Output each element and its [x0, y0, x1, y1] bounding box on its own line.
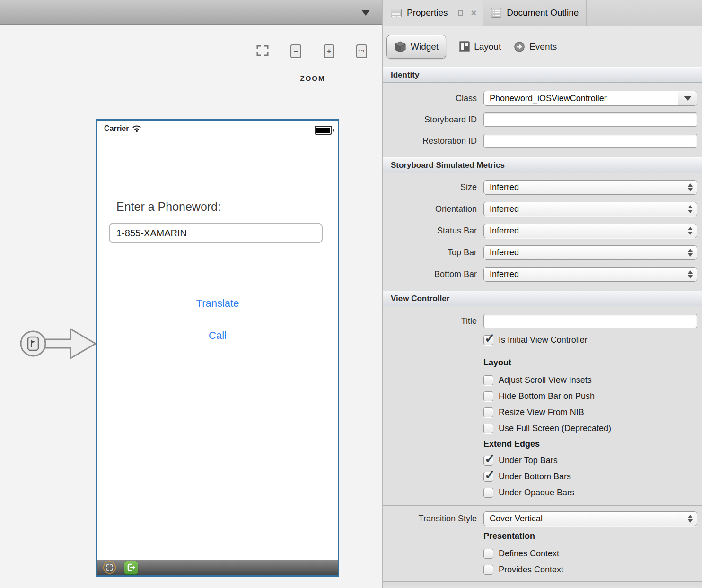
transition-style-select[interactable]: Cover Vertical [483, 511, 697, 526]
close-icon[interactable]: × [471, 8, 477, 17]
chevron-down-icon[interactable] [361, 10, 370, 16]
frame-dashed-icon [106, 564, 113, 571]
exit-arrow-icon [126, 562, 136, 572]
panel-tab-bar: Properties × Document Outline [383, 0, 702, 26]
class-value: Phoneword_iOSViewController [484, 91, 678, 105]
mode-events-button[interactable]: Events [514, 41, 557, 52]
dock-icon[interactable] [458, 10, 463, 16]
zoom-in-button[interactable]: + [324, 44, 334, 58]
tab-document-outline-label: Document Outline [507, 8, 579, 18]
resize-view-from-nib-checkbox[interactable] [483, 407, 493, 417]
zoom-out-button[interactable]: − [290, 44, 301, 58]
section-header-view-controller: View Controller [383, 291, 702, 306]
resize-view-from-nib-row: Resize View From NIB [483, 406, 702, 418]
tab-document-outline[interactable]: Document Outline [483, 0, 587, 26]
tab-properties[interactable]: Properties × [383, 0, 483, 26]
phoneword-prompt-label: Enter a Phoneword: [116, 200, 221, 214]
stepper-icon [688, 249, 693, 257]
section-header-identity: Identity [383, 67, 702, 83]
extend-edges-group-title: Extend Edges [483, 439, 702, 450]
property-mode-row: Widget Layout Events [383, 26, 702, 67]
zoom-actual-size-button[interactable]: 1:1 [356, 44, 367, 58]
chevron-down-icon [684, 96, 692, 101]
top-bar-label: Top Bar [383, 248, 483, 258]
use-full-screen-checkbox[interactable] [483, 424, 493, 433]
stepper-icon [688, 183, 693, 191]
adjust-scroll-view-insets-row: Adjust Scroll View Insets [483, 374, 702, 386]
under-bottom-bars-checkbox[interactable] [483, 472, 493, 482]
initial-view-controller-row: Is Initial View Controller [483, 334, 702, 346]
is-initial-view-controller-checkbox[interactable] [483, 335, 493, 345]
designer-toolbar [0, 0, 382, 25]
orientation-select[interactable]: Inferred [483, 202, 697, 216]
panel-bottom-strip [383, 582, 702, 586]
section-header-metrics: Storyboard Simulated Metrics [383, 157, 702, 173]
bottom-bar-label: Bottom Bar [383, 269, 483, 279]
zoom-fit-button[interactable] [256, 44, 269, 57]
stepper-icon [688, 515, 693, 523]
storyboard-entry-icon [28, 337, 38, 350]
divider [383, 353, 702, 353]
view-controller-section: Title Is Initial View Controller Layout … [383, 314, 702, 586]
storyboard-id-label: Storyboard ID [383, 115, 483, 125]
design-surface-bottom-bar [97, 560, 338, 575]
initial-view-controller-arrow[interactable] [17, 324, 97, 364]
class-dropdown-button[interactable] [678, 91, 697, 105]
constraint-mode-toggle[interactable] [103, 561, 116, 574]
mode-widget-button[interactable]: Widget [386, 35, 446, 59]
layout-panes-icon [459, 41, 470, 52]
identity-section: Class Phoneword_iOSViewController Storyb… [383, 83, 702, 157]
top-bar-select[interactable]: Inferred [483, 245, 697, 260]
size-select[interactable]: Inferred [483, 180, 697, 195]
metrics-section: Size Inferred Orientation Inferred Statu… [383, 173, 702, 291]
stepper-icon [688, 270, 693, 278]
under-top-bars-checkbox[interactable] [483, 456, 493, 466]
mode-layout-label: Layout [474, 42, 501, 52]
provides-context-row: Provides Context [483, 563, 702, 576]
zoom-in-icon: + [324, 44, 334, 58]
xamarin-ios-designer: − + 1:1 ZOOM Carrier [0, 0, 702, 588]
title-label: Title [383, 316, 483, 326]
hide-bottom-bar-checkbox[interactable] [483, 391, 493, 401]
adjust-scroll-view-insets-checkbox[interactable] [483, 375, 493, 385]
defines-context-row: Defines Context [483, 547, 702, 560]
zoom-out-icon: − [290, 44, 301, 58]
layout-group-title: Layout [483, 358, 702, 369]
orientation-label: Orientation [383, 204, 483, 214]
under-opaque-bars-checkbox[interactable] [483, 488, 493, 498]
fit-screen-icon [256, 44, 269, 57]
bottom-bar-select[interactable]: Inferred [483, 267, 697, 282]
status-bar: Carrier [104, 124, 141, 133]
storyboard-id-field[interactable] [483, 112, 697, 127]
stepper-icon [688, 227, 693, 235]
widget-cube-icon [394, 41, 406, 53]
status-bar-select[interactable]: Inferred [483, 224, 697, 238]
properties-icon [391, 9, 402, 17]
class-label: Class [383, 94, 483, 104]
one-to-one-icon: 1:1 [356, 44, 367, 58]
phoneword-text-field[interactable]: 1-855-XAMARIN [109, 223, 323, 243]
restoration-id-label: Restoration ID [383, 136, 483, 146]
battery-icon [315, 126, 332, 135]
translate-button[interactable]: Translate [97, 297, 338, 310]
carrier-label: Carrier [104, 124, 129, 133]
title-field[interactable] [483, 314, 697, 328]
divider [383, 505, 702, 506]
design-canvas: − + 1:1 ZOOM Carrier [0, 0, 383, 588]
wifi-icon [132, 125, 141, 132]
viewcontroller-design-surface[interactable]: Carrier Enter a Phoneword: 1-855-XAMARIN… [96, 119, 339, 577]
mode-layout-button[interactable]: Layout [459, 41, 501, 52]
document-outline-icon [491, 8, 501, 18]
events-arrow-icon [514, 41, 525, 52]
status-bar-label: Status Bar [383, 226, 483, 236]
restoration-id-field[interactable] [483, 134, 697, 148]
zoom-toolbar-label: ZOOM [287, 74, 339, 82]
provides-context-checkbox[interactable] [483, 565, 493, 575]
class-combobox[interactable]: Phoneword_iOSViewController [483, 91, 697, 106]
exit-segue-button[interactable] [124, 561, 138, 575]
tab-properties-label: Properties [407, 8, 448, 18]
toolbar-separator [0, 88, 382, 88]
use-full-screen-row: Use Full Screen (Deprecated) [483, 422, 702, 434]
defines-context-checkbox[interactable] [483, 549, 493, 559]
call-button[interactable]: Call [97, 329, 338, 342]
